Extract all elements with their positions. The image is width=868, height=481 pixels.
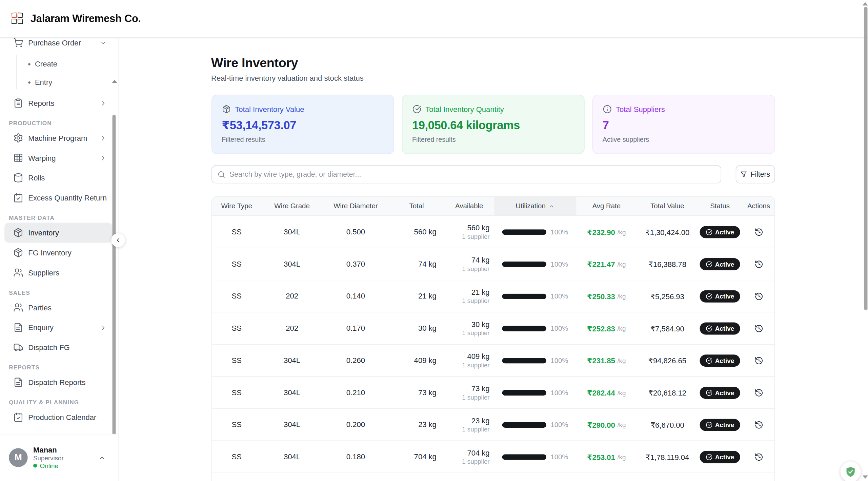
history-icon[interactable]: [754, 227, 763, 236]
package-icon: [222, 105, 230, 114]
cell-wire-diameter: 0.370: [322, 260, 389, 268]
cell-actions: [742, 420, 774, 429]
history-icon[interactable]: [754, 292, 763, 301]
check-circle-icon: [412, 105, 421, 114]
sidebar-item-rolls[interactable]: Rolls: [4, 168, 112, 188]
supplier-count: 1 supplier: [462, 394, 489, 401]
sidebar-scrollbar[interactable]: [113, 115, 116, 464]
column-header-status[interactable]: Status: [698, 197, 742, 216]
calendar-check-icon: [13, 412, 23, 422]
column-header-total[interactable]: Total: [389, 197, 444, 216]
supplier-count: 1 supplier: [462, 233, 489, 240]
utilization-label: 100%: [550, 228, 568, 236]
sidebar-item-fg-inventory[interactable]: FG Inventory: [4, 243, 112, 263]
table-row[interactable]: SS 304L 0.210 73 kg 73 kg 1 supplier 100…: [212, 377, 774, 409]
table-row[interactable]: SS 304L 0.180 704 kg 704 kg 1 supplier 1…: [212, 441, 774, 473]
table-row[interactable]: PP 304L 0.190 45 kg 45 kg 1 supplier 100…: [212, 473, 774, 481]
check-circle-icon: [706, 261, 712, 267]
sidebar-subitem-entry[interactable]: Entry: [0, 73, 118, 92]
avg-rate-value: ₹221.47: [587, 259, 615, 268]
column-header-wire-grade[interactable]: Wire Grade: [262, 197, 323, 216]
column-label: Available: [455, 202, 483, 210]
table-row[interactable]: SS 304L 0.200 23 kg 23 kg 1 supplier 100…: [212, 409, 774, 441]
avg-rate-value: ₹231.85: [587, 356, 615, 365]
page-scroll-down-arrow[interactable]: [863, 475, 868, 479]
history-icon[interactable]: [754, 420, 763, 429]
history-icon[interactable]: [754, 453, 763, 461]
user-profile[interactable]: M Manan Supervisor Online: [0, 434, 118, 481]
stat-card-total-suppliers: Total Suppliers 7 Active suppliers: [592, 95, 775, 154]
status-label: Active: [715, 293, 734, 300]
table-row[interactable]: SS 202 0.170 30 kg 30 kg 1 supplier 100%…: [212, 312, 774, 345]
sidebar-item-production-calendar[interactable]: Production Calendar: [4, 407, 112, 427]
cell-avg-rate: ₹250.33 /kg: [576, 292, 637, 301]
column-header-wire-diameter[interactable]: Wire Diameter: [322, 197, 389, 216]
utilization-bar: [502, 390, 546, 395]
sidebar-item-purchase-order[interactable]: Purchase Order: [4, 37, 112, 53]
table-row[interactable]: SS 304L 0.500 560 kg 560 kg 1 supplier 1…: [212, 216, 774, 248]
cell-wire-grade: 304L: [262, 356, 323, 364]
page-scroll-up-arrow[interactable]: [863, 2, 868, 6]
check-circle-icon: [706, 389, 712, 396]
column-header-avg-rate[interactable]: Avg Rate: [576, 197, 637, 216]
table-header-row: Wire TypeWire GradeWire DiameterTotalAva…: [212, 197, 774, 216]
sidebar-item-dispatch-reports[interactable]: Dispatch Reports: [4, 372, 112, 392]
available-qty: 74 kg: [471, 256, 490, 264]
sidebar-item-label: Inventory: [28, 229, 107, 237]
sidebar-item-machine-program[interactable]: Machine Program: [4, 128, 112, 148]
column-header-total-value[interactable]: Total Value: [637, 197, 698, 216]
table-row[interactable]: SS 304L 0.260 409 kg 409 kg 1 supplier 1…: [212, 345, 774, 377]
table-row[interactable]: SS 202 0.140 21 kg 21 kg 1 supplier 100%…: [212, 280, 774, 312]
avg-rate-unit: /kg: [617, 357, 626, 364]
sidebar-subitem-create[interactable]: Create: [0, 55, 118, 73]
column-header-available[interactable]: Available: [444, 197, 494, 216]
history-icon[interactable]: [754, 356, 763, 365]
user-role: Supervisor: [33, 454, 99, 462]
history-icon[interactable]: [754, 388, 763, 397]
status-label: Active: [715, 454, 734, 460]
column-label: Total Value: [650, 202, 684, 210]
sidebar-item-label: Dispatch Reports: [28, 378, 107, 386]
sidebar-item-dispatch-fg[interactable]: Dispatch FG: [4, 338, 112, 358]
cell-total: 30 kg: [389, 324, 444, 332]
sidebar-item-suppliers[interactable]: Suppliers: [4, 263, 112, 283]
cell-available: 704 kg 1 supplier: [444, 449, 494, 465]
sidebar-item-parties[interactable]: Parties: [4, 297, 112, 318]
cell-wire-grade: 304L: [262, 260, 323, 268]
sidebar-item-excess-quantity-return[interactable]: Excess Quantity Return: [4, 188, 112, 208]
stat-card-total-value: Total Inventory Value ₹53,14,573.07 Filt…: [211, 95, 394, 154]
check-circle-icon: [706, 325, 712, 332]
filters-button[interactable]: Filters: [735, 165, 775, 184]
adguard-shield-badge[interactable]: [840, 462, 861, 481]
cell-status: Active: [698, 322, 742, 334]
column-header-utilization[interactable]: Utilization: [494, 197, 576, 216]
table-row[interactable]: SS 304L 0.370 74 kg 74 kg 1 supplier 100…: [212, 248, 774, 281]
sidebar-item-enquiry[interactable]: Enquiry: [4, 318, 112, 338]
column-header-wire-type[interactable]: Wire Type: [212, 197, 262, 216]
cell-wire-type: SS: [212, 260, 262, 268]
sidebar-scroll-up-arrow[interactable]: [112, 80, 117, 83]
history-icon[interactable]: [754, 324, 763, 333]
package-icon: [13, 228, 23, 237]
stat-sub: Filtered results: [412, 136, 574, 143]
sidebar-collapse-button[interactable]: [111, 233, 125, 247]
stat-card-total-quantity: Total Inventory Quantity 19,050.64 kilog…: [402, 95, 584, 154]
cell-actions: [742, 453, 774, 461]
cell-wire-type: SS: [212, 324, 262, 332]
column-header-actions[interactable]: Actions: [742, 197, 774, 216]
sidebar-item-label: Machine Program: [28, 134, 100, 142]
history-icon[interactable]: [754, 259, 763, 268]
page-scrollbar[interactable]: [864, 7, 867, 310]
search-input[interactable]: [228, 166, 716, 183]
cell-avg-rate: ₹290.00 /kg: [576, 420, 637, 429]
cell-wire-grade: 202: [262, 324, 323, 332]
sidebar-item-inventory[interactable]: Inventory: [4, 223, 112, 243]
sidebar-item-warping[interactable]: Warping: [4, 148, 112, 168]
sidebar-item-reports[interactable]: Reports: [4, 93, 112, 113]
column-label: Utilization: [516, 202, 546, 210]
stat-value: ₹53,14,573.07: [222, 119, 383, 132]
utilization-bar: [502, 229, 546, 234]
avg-rate-value: ₹282.44: [587, 388, 615, 397]
status-badge: Active: [700, 226, 740, 238]
grid-icon: [13, 153, 23, 163]
